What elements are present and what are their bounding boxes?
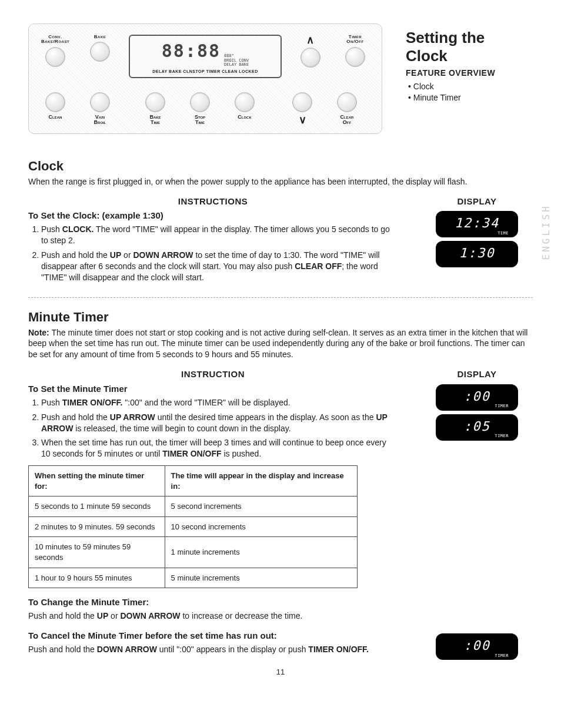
set-minute-subheading: To Set the Minute Timer <box>28 383 398 395</box>
knob-icon <box>145 92 165 112</box>
display-example: :00 TIMER <box>436 384 518 411</box>
minute-timer-note: Note: The minute timer does not start or… <box>28 327 533 361</box>
page-title-line2: Clock <box>406 48 533 65</box>
table-row: 1 hour to 9 hours 55 minutes5 minute inc… <box>29 568 358 588</box>
clean-button[interactable]: Clean <box>39 92 71 120</box>
bake-button[interactable]: Bake <box>84 35 116 62</box>
page-number: 11 <box>28 667 533 677</box>
vari-broil-button[interactable]: Vari Broil <box>84 92 116 126</box>
table-row: 10 minutes to 59 minutes 59 seconds1 min… <box>29 537 358 568</box>
minute-step-2: Push and hold the UP ARROW until the des… <box>41 412 398 434</box>
sidebar: Setting the Clock FEATURE OVERVIEW Clock… <box>406 24 533 134</box>
knob-icon <box>45 47 65 67</box>
up-arrow-button[interactable]: ∧ <box>295 35 326 68</box>
bake-time-button[interactable]: Bake Time <box>139 92 171 126</box>
lcd-display: 88:88 888° BROIL CONV DELAY BAKE DELAY B… <box>129 35 282 78</box>
knob-icon <box>292 92 312 112</box>
minute-timer-heading: Minute Timer <box>28 308 533 326</box>
display-example: :05 TIMER <box>436 414 518 441</box>
knob-icon <box>345 47 365 67</box>
down-arrow-button[interactable]: ∨ <box>286 92 318 125</box>
change-minute-heading: To Change the Minute Timer: <box>28 596 533 608</box>
display-example: 1:30 <box>436 241 518 267</box>
feature-item: Clock <box>408 81 533 92</box>
minute-steps: Push TIMER ON/OFF. ":00" and the word "T… <box>28 397 398 459</box>
stop-time-button[interactable]: Stop Time <box>184 92 216 126</box>
english-label: ENGLISH <box>540 204 553 260</box>
instruction-heading: INSTRUCTION <box>28 368 398 380</box>
table-row: 5 seconds to 1 minute 59 seconds5 second… <box>29 496 358 517</box>
knob-icon <box>190 92 210 112</box>
clock-steps: Push CLOCK. The word "TIME" will appear … <box>28 224 398 283</box>
feature-item: Minute Timer <box>408 92 533 103</box>
chevron-down-icon: ∨ <box>299 115 306 125</box>
timer-onoff-button[interactable]: Timer On/Off <box>339 35 371 67</box>
display-heading: DISPLAY <box>421 196 533 207</box>
cancel-minute-body: Push and hold the DOWN ARROW until ":00"… <box>28 644 398 655</box>
clock-heading: Clock <box>28 157 533 175</box>
clock-button[interactable]: Clock <box>229 92 261 120</box>
feature-overview-heading: FEATURE OVERVIEW <box>406 68 533 79</box>
lcd-indicators: DELAY BAKE CLNSTOP TIMER CLEAN LOCKED <box>136 69 275 74</box>
oven-control-panel: Conv. Bake/Roast Bake 88:88 888° BROIL C… <box>28 24 382 134</box>
table-header: The time will appear in the display and … <box>165 466 357 496</box>
display-example: :00 TIMER <box>436 633 518 660</box>
display-example: 12:34 TIME <box>436 211 518 237</box>
page-title-line1: Setting the <box>406 29 533 46</box>
minute-step-1: Push TIMER ON/OFF. ":00" and the word "T… <box>41 397 398 408</box>
knob-icon <box>235 92 255 112</box>
table-header: When setting the minute timer for: <box>29 466 165 496</box>
set-clock-subheading: To Set the Clock: (example 1:30) <box>28 210 398 222</box>
instructions-heading: INSTRUCTIONS <box>28 196 398 207</box>
knob-icon <box>45 92 65 112</box>
conv-bake-roast-button[interactable]: Conv. Bake/Roast <box>39 35 71 67</box>
knob-icon <box>90 42 110 62</box>
knob-icon <box>337 92 357 112</box>
increment-table: When setting the minute timer for: The t… <box>28 465 358 588</box>
lcd-main-digits: 88:88 <box>162 39 221 63</box>
knob-icon <box>90 92 110 112</box>
clock-intro: When the range is first plugged in, or w… <box>28 176 533 187</box>
minute-step-3: When the set time has run out, the timer… <box>41 437 398 459</box>
clear-off-button[interactable]: Clear Off <box>331 92 363 126</box>
divider <box>28 297 533 298</box>
table-row: 2 minutes to 9 minutes. 59 seconds10 sec… <box>29 516 358 537</box>
display-heading: DISPLAY <box>421 368 533 380</box>
clock-step-2: Push and hold the UP or DOWN ARROW to se… <box>41 250 398 283</box>
clock-step-1: Push CLOCK. The word "TIME" will appear … <box>41 224 398 246</box>
cancel-minute-heading: To Cancel the Minute Timer before the se… <box>28 630 398 642</box>
knob-icon <box>300 48 320 68</box>
change-minute-body: Push and hold the UP or DOWN ARROW to in… <box>28 610 533 622</box>
chevron-up-icon: ∧ <box>306 35 315 45</box>
